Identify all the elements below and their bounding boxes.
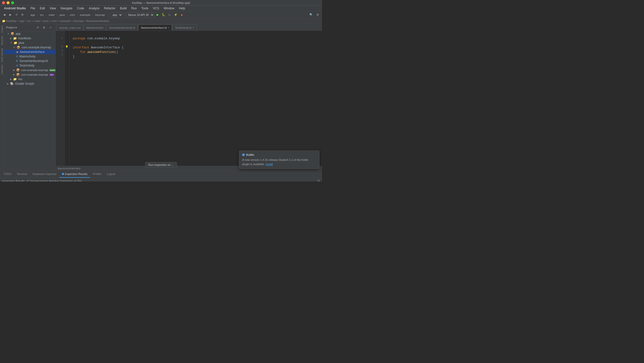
tree-item-test[interactable]: ▶ 📦 com.example.keymap test — [4, 72, 55, 77]
menu-bar: Android Studio File Edit View Navigate C… — [0, 6, 322, 11]
minimize-button[interactable] — [7, 1, 10, 4]
run-with-coverage-button[interactable]: ▷ — [167, 12, 172, 18]
toolbar-app-label: app — [29, 13, 36, 16]
tab-label-awesomeinterface: AwesomeInterface.kt — [141, 26, 167, 29]
code-line-blank — [73, 32, 319, 36]
left-strip: Project Structure Build Variants Favorit… — [0, 24, 4, 170]
tree-label-manifests: manifests — [18, 37, 31, 40]
tree-item-gradle[interactable]: ▶ 🐘 Gradle Scripts — [4, 81, 55, 86]
tree-label-awesomeinterface: AwesomeInterface — [20, 50, 45, 54]
tab-close-awesomeinterface[interactable]: × — [168, 26, 169, 29]
menu-view[interactable]: View — [48, 6, 58, 11]
editor-area: activity_main.xml MainActivitykt SomeInt… — [56, 24, 322, 170]
inspection-subtitle: of 'Unused import directive' Inspection … — [26, 179, 84, 182]
tree-item-app[interactable]: ▼ 📦 app — [4, 32, 55, 36]
menu-window[interactable]: Window — [162, 6, 176, 11]
menu-build[interactable]: Build — [118, 6, 129, 11]
tab-logcat[interactable]: Logcat — [104, 171, 118, 178]
tab-mainactivity[interactable]: MainActivitykt — [84, 24, 106, 31]
menu-help[interactable]: Help — [177, 6, 187, 11]
toolbar-src-label: src — [39, 13, 45, 16]
menu-navigate[interactable]: Navigate — [58, 6, 74, 11]
tab-terminal-label: Terminal — [17, 172, 27, 175]
toolbar-app-dropdown[interactable]: app — [110, 12, 123, 17]
tree-label-testactivity: TestActivity — [19, 64, 34, 67]
menu-run[interactable]: Run — [129, 6, 139, 11]
toolbar-com-label: com — [69, 13, 76, 16]
code-editor[interactable]: 1 3 4 5 💡 package — [56, 31, 322, 166]
tree-item-package[interactable]: ▼ 📦 com.example.keymap — [4, 45, 55, 50]
project-strip-icon[interactable]: Project — [1, 25, 3, 34]
close-button[interactable] — [2, 1, 5, 4]
inspection-header-text: Inspection Results: of 'Unused import di… — [2, 179, 84, 182]
run-button[interactable]: ▶ — [155, 12, 160, 18]
tab-database-inspector[interactable]: Database Inspector — [30, 171, 59, 178]
toolbar-nav-buttons: ◀ ▶ ↺ ⚙ — [2, 12, 25, 18]
stop-button[interactable]: ■ — [179, 12, 185, 18]
tab-inspection-results[interactable]: Inspection Results — [59, 171, 90, 178]
toolbar-run-section: app Nexus 10 API 30 ▶ 🐛 ▷ ⚡ ■ — [110, 12, 185, 18]
menu-tools[interactable]: Tools — [139, 6, 150, 11]
editor-tabs: activity_main.xml MainActivitykt SomeInt… — [56, 24, 322, 31]
tree-label-package: com.example.keymap — [22, 46, 51, 49]
toolbar-device-dropdown[interactable]: Nexus 10 API 30 — [126, 12, 154, 17]
inspection-gear-icon[interactable]: ⚙ — [317, 179, 320, 182]
tab-profiler-label: Profiler — [93, 172, 101, 175]
tree-item-res[interactable]: ▶ 📁 res — [4, 77, 55, 81]
tree-item-awesomeinterface[interactable]: ◆ AwesomeInterface — [4, 50, 55, 54]
structure-strip-icon[interactable]: Structure — [1, 35, 3, 46]
favorites-strip-icon[interactable]: Favorites — [1, 64, 3, 75]
tab-label-activity-main: activity_main.xml — [59, 26, 81, 29]
tree-item-mainactivity[interactable]: A MainActivity — [4, 54, 55, 59]
tab-close-testactivity[interactable]: × — [193, 26, 194, 29]
menu-code[interactable]: Code — [75, 6, 86, 11]
tree-label-mainactivity: MainActivity — [19, 55, 35, 58]
tab-awesomeinterface[interactable]: AwesomeInterface.kt × — [138, 24, 172, 31]
menu-android-studio[interactable]: Android Studio — [2, 6, 28, 11]
settings-button[interactable]: ⚙ — [315, 12, 320, 18]
tree-item-manifests[interactable]: ▶ 📁 manifests — [4, 36, 55, 41]
notification-install-link[interactable]: Install — [266, 163, 273, 166]
tree-item-androidtest[interactable]: ▶ 📦 com.example.keymap androidTest — [4, 68, 55, 72]
notification-body: A new version 1.4.31-release-Studio4.1-1… — [242, 158, 308, 166]
tab-activity-main[interactable]: activity_main.xml — [57, 24, 83, 31]
search-everywhere-button[interactable]: 🔍 — [308, 12, 314, 18]
menu-edit[interactable]: Edit — [38, 6, 47, 11]
code-content[interactable]: package package com.example.keymap com.e… — [70, 31, 322, 166]
file-path-label: AwesomeInterface — [58, 167, 81, 170]
menu-file[interactable]: File — [28, 6, 37, 11]
code-line-close: } — [73, 54, 319, 59]
menu-refactor[interactable]: Refactor — [102, 6, 117, 11]
tab-terminal[interactable]: Terminal — [14, 171, 30, 178]
tab-todo[interactable]: TODO — [1, 171, 14, 178]
tree-label-app: app — [16, 32, 21, 36]
toolbar-forward-button[interactable]: ▶ — [8, 12, 13, 18]
tree-item-testactivity[interactable]: A TestActivity — [4, 63, 55, 68]
inspection-results-header: Inspection Results: of 'Unused import di… — [0, 178, 322, 182]
toolbar-example-label: example — [79, 13, 91, 16]
menu-analyze[interactable]: Analyze — [87, 6, 102, 11]
debug-button[interactable]: 🐛 — [161, 12, 166, 18]
sidebar-sync-btn[interactable]: ↺ — [35, 25, 40, 30]
tab-someinterfaceimpl[interactable]: SomeInterfaceImpl.kt — [106, 24, 138, 31]
tab-profiler[interactable]: Profiler — [90, 171, 104, 178]
sidebar-settings-btn[interactable]: ⚙ — [41, 25, 47, 30]
profile-button[interactable]: ⚡ — [173, 12, 178, 18]
toolbar-sync-button[interactable]: ↺ — [14, 12, 19, 18]
menu-vcs[interactable]: VCS — [151, 6, 161, 11]
tree-item-java[interactable]: ▼ 📁 java — [4, 41, 55, 45]
bottom-tabs: TODO Terminal Database Inspector Inspect… — [0, 171, 322, 178]
notification-title: Kotlin — [246, 153, 254, 156]
toolbar-back-button[interactable]: ◀ — [2, 12, 7, 18]
buildvariants-strip-icon[interactable]: Build Variants — [1, 47, 3, 63]
tree-item-someinterfaceimpl[interactable]: K SomeInterfaceImpl.kt — [4, 59, 55, 63]
run-inspection-button[interactable]: Run inspection on ... — [145, 162, 177, 168]
tree-label-java: java — [19, 41, 24, 45]
tab-testactivity[interactable]: TestActivity.kt × — [172, 24, 197, 31]
inspection-tab-dot — [62, 173, 64, 175]
sidebar-close-btn[interactable]: × — [48, 25, 53, 30]
maximize-button[interactable] — [11, 1, 14, 4]
toolbar-keymap-label: keymap — [94, 13, 106, 16]
project-sidebar: Project ▾ ↺ ⚙ × ▼ 📦 app ▶ 📁 manifests ▼ … — [4, 24, 56, 170]
toolbar-settings-button[interactable]: ⚙ — [20, 12, 25, 18]
